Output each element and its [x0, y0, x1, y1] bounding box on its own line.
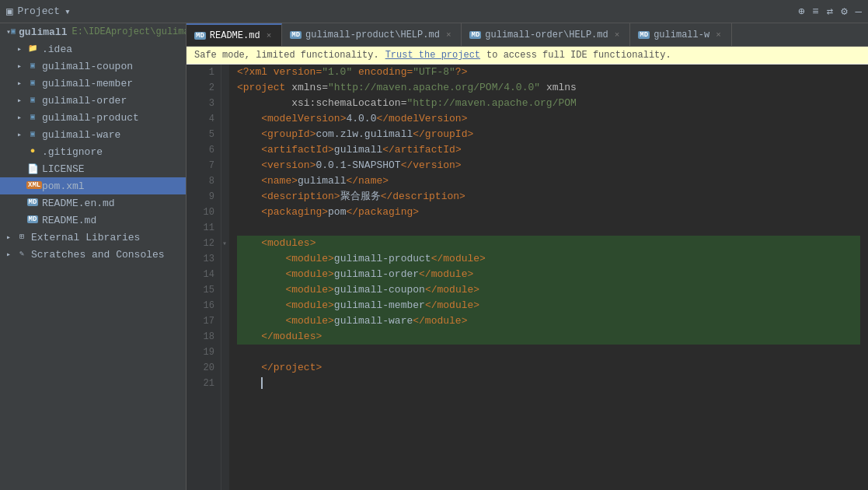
editor-wrapper: 1 2 3 4 5 6 7 8 9 10 11 12 13 14 15 16 1… [186, 65, 868, 490]
code-line-7: <version>0.0.1-SNAPSHOT</version> [237, 158, 860, 173]
arrow-ware [17, 130, 26, 139]
title-bar-left: ▣ Project ▾ [6, 5, 71, 18]
module-icon-member: ▣ [26, 78, 39, 89]
line-num-9: 9 [209, 189, 214, 205]
list-icon[interactable]: ≡ [812, 5, 818, 18]
line-num-12: 12 [204, 236, 214, 251]
title-bar-icons: ⊕ ≡ ⇄ ⚙ — [798, 5, 862, 18]
arrow-order [17, 96, 26, 105]
label-ware: gulimall-ware [42, 129, 120, 141]
tab-gulimall-w[interactable]: MD gulimall-w × [630, 23, 731, 46]
project-icon: ▣ [6, 5, 12, 18]
expand-icon[interactable]: ⇄ [827, 5, 833, 18]
line-num-14: 14 [204, 267, 214, 282]
sidebar-item-scratches[interactable]: ✎ Scratches and Consoles [0, 246, 186, 263]
code-line-5: <groupId>com.zlw.gulimall</groupId> [237, 127, 860, 142]
sidebar-item-readme-en[interactable]: MD README.en.md [0, 194, 186, 212]
sidebar-content: ▣ gulimall E:\IDEAproject\gulimall 📁 .id… [0, 23, 186, 490]
sidebar-item-gulimall-order[interactable]: ▣ gulimall-order [0, 92, 186, 109]
sidebar-item-gulimall-product[interactable]: ▣ gulimall-product [0, 109, 186, 126]
xml-icon-pom: XML [26, 180, 39, 191]
code-line-13: <module>gulimall-product</module> [237, 251, 860, 267]
arrow-idea [17, 44, 26, 54]
editor-area: MD README.md × MD gulimall-product\HELP.… [186, 23, 868, 490]
arrow-ext-libs [6, 233, 16, 242]
gutter-8 [221, 173, 228, 189]
sidebar-item-license[interactable]: 📄 LICENSE [0, 160, 186, 177]
tabs-bar: MD README.md × MD gulimall-product\HELP.… [186, 23, 868, 47]
code-line-9: <description>聚合服务</description> [237, 189, 860, 205]
gutter-2 [221, 80, 228, 96]
code-line-16: <module>gulimall-member</module> [237, 298, 860, 313]
line-num-5: 5 [209, 127, 214, 142]
title-bar: ▣ Project ▾ ⊕ ≡ ⇄ ⚙ — [0, 0, 868, 23]
module-icon-order: ▣ [26, 95, 39, 106]
line-num-6: 6 [209, 142, 214, 158]
code-line-3: xsi:schemaLocation="http://maven.apache.… [237, 96, 860, 111]
scratches-icon: ✎ [16, 249, 28, 260]
trust-project-link[interactable]: Trust the project [385, 50, 480, 61]
line-num-16: 16 [204, 298, 214, 313]
line-num-4: 4 [209, 111, 214, 127]
sidebar-item-gulimall-member[interactable]: ▣ gulimall-member [0, 75, 186, 92]
line-num-20: 20 [204, 360, 214, 376]
code-line-19 [237, 345, 860, 360]
gutter-16 [221, 298, 228, 313]
safe-mode-suffix: to access full IDE functionality. [486, 50, 671, 61]
code-content[interactable]: <?xml version="1.0" encoding="UTF-8"?> <… [229, 65, 868, 490]
arrow-product [17, 113, 26, 122]
path-gulimall: E:\IDEAproject\gulimall [71, 26, 186, 37]
sync-icon[interactable]: ⊕ [798, 5, 804, 18]
sidebar-item-readme[interactable]: MD README.md [0, 212, 186, 229]
arrow-scratches [6, 250, 16, 259]
sidebar-item-idea[interactable]: 📁 .idea [0, 40, 186, 58]
settings-icon[interactable]: ⚙ [841, 5, 847, 18]
sidebar-item-gulimall-root[interactable]: ▣ gulimall E:\IDEAproject\gulimall [0, 23, 186, 40]
license-icon: 📄 [26, 163, 39, 174]
tab-help-product[interactable]: MD gulimall-product\HELP.md × [282, 23, 462, 46]
tab-help-order[interactable]: MD gulimall-order\HELP.md × [462, 23, 630, 46]
code-line-8: <name>gulimall</name> [237, 173, 860, 189]
line-num-18: 18 [204, 329, 214, 345]
tab-close-gulimall-w[interactable]: × [713, 30, 723, 40]
gutter-10 [221, 205, 228, 220]
label-license: LICENSE [42, 163, 85, 175]
label-member: gulimall-member [42, 78, 133, 89]
label-readme: README.md [42, 215, 96, 226]
label-readme-en: README.en.md [42, 198, 115, 209]
md-icon-tab4: MD [638, 31, 650, 39]
gutter-14 [221, 267, 228, 282]
code-line-4: <modelVersion>4.0.0</modelVersion> [237, 111, 860, 127]
tab-close-readme[interactable]: × [264, 30, 274, 41]
md-icon-tab1: MD [194, 32, 206, 40]
gutter-9 [221, 189, 228, 205]
tab-close-help-product[interactable]: × [444, 30, 454, 40]
gutter-20 [221, 360, 228, 376]
code-line-11 [237, 220, 860, 236]
sidebar-item-gulimall-ware[interactable]: ▣ gulimall-ware [0, 126, 186, 143]
line-num-2: 2 [209, 80, 214, 96]
line-num-19: 19 [204, 345, 214, 360]
code-line-14: <module>gulimall-order</module> [237, 267, 860, 282]
gutter-7 [221, 158, 228, 173]
line-num-3: 3 [209, 96, 214, 111]
tab-close-help-order[interactable]: × [612, 30, 622, 40]
md-icon-tab2: MD [290, 31, 302, 39]
label-product: gulimall-product [42, 112, 139, 124]
minimize-icon[interactable]: — [856, 5, 862, 18]
gutter-12: ▾ [221, 236, 228, 251]
tab-readme-md[interactable]: MD README.md × [186, 23, 282, 46]
folder-icon-idea: 📁 [26, 44, 39, 54]
sidebar-item-external-libraries[interactable]: ⊞ External Libraries [0, 229, 186, 246]
gutter: ▾ [221, 65, 229, 490]
sidebar-item-pomxml[interactable]: XML pom.xml [0, 177, 186, 194]
gutter-15 [221, 282, 228, 298]
sidebar-item-gitignore[interactable]: ● .gitignore [0, 143, 186, 160]
sidebar-item-gulimall-coupon[interactable]: ▣ gulimall-coupon [0, 58, 186, 75]
title-dropdown-arrow[interactable]: ▾ [64, 5, 71, 18]
fold-icon-12[interactable]: ▾ [222, 239, 227, 248]
label-scratches: Scratches and Consoles [31, 249, 165, 261]
safe-mode-text: Safe mode, limited functionality. [194, 50, 379, 61]
line-num-7: 7 [209, 158, 214, 173]
code-line-6: <artifactId>gulimall</artifactId> [237, 142, 860, 158]
